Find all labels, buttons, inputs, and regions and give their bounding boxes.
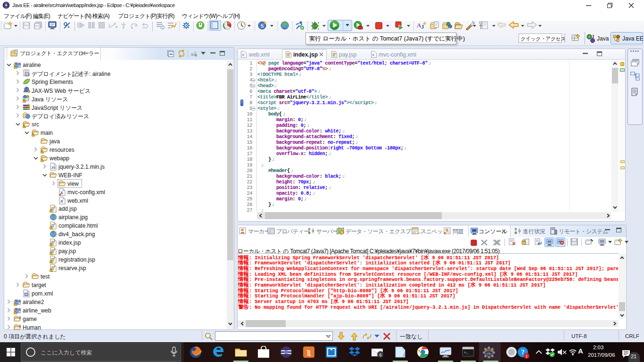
svg-text:S: S bbox=[18, 62, 21, 66]
svg-text:J: J bbox=[421, 23, 424, 30]
svg-text:!: ! bbox=[526, 354, 528, 359]
svg-text:X: X bbox=[60, 199, 63, 204]
svg-text:M: M bbox=[25, 293, 27, 296]
svg-text:>_: >_ bbox=[464, 350, 469, 354]
svg-text:S: S bbox=[18, 307, 21, 312]
svg-text:2.5: 2.5 bbox=[25, 73, 29, 76]
svg-text:J: J bbox=[19, 316, 21, 320]
svg-text:⌉⌊: ⌉⌊ bbox=[306, 349, 311, 356]
svg-text:J: J bbox=[19, 324, 21, 329]
svg-text:IDE: IDE bbox=[487, 352, 491, 355]
svg-text:JS: JS bbox=[51, 165, 56, 170]
svg-text:X: X bbox=[242, 53, 245, 57]
svg-text:6: 6 bbox=[379, 353, 381, 357]
svg-text:J: J bbox=[592, 34, 594, 39]
svg-text:2: 2 bbox=[211, 25, 213, 28]
svg-text:S: S bbox=[18, 299, 21, 303]
svg-text:X: X bbox=[372, 53, 375, 57]
